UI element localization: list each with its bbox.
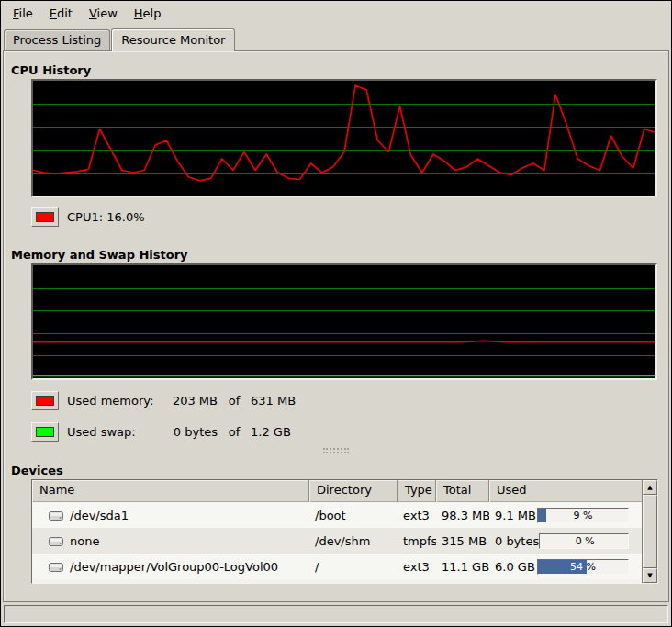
scroll-up-arrow[interactable]: ▲ [643,480,657,495]
cpu-legend-label: CPU1: 16.0% [67,210,145,224]
device-name: /dev/mapper/VolGroup00-LogVol00 [70,560,278,574]
table-row[interactable]: /dev/mapper/VolGroup00-LogVol00 / ext3 1… [32,554,642,579]
column-header-type[interactable]: Type [398,480,436,502]
device-total: 315 MB [436,534,489,548]
swap-color-swatch [36,427,54,437]
device-directory: /boot [309,509,398,522]
used-memory-value: 203 MB [164,394,218,408]
column-header-total[interactable]: Total [436,480,489,502]
menu-help[interactable]: Help [126,4,170,23]
devices-table-main: Name Directory Type Total Used /dev/sda1 [32,480,642,583]
column-header-directory[interactable]: Directory [309,480,398,502]
swap-color-swatch-button[interactable] [31,422,59,442]
drive-icon [49,561,63,573]
vertical-scrollbar: ▲ ▼ [642,480,657,583]
memory-color-swatch-button[interactable] [31,391,59,410]
tab-process-listing[interactable]: Process Listing [4,29,110,50]
device-name: none [70,534,99,548]
cpu-color-swatch-button[interactable] [31,207,59,227]
device-total: 11.1 GB [436,560,489,574]
used-memory-legend: Used memory: 203 MB of 631 MB [31,390,668,410]
memory-history-title: Memory and Swap History [11,248,668,262]
table-row[interactable]: /dev/sda1 /boot ext3 98.3 MB 9.1 MB 9 % … [32,502,642,528]
system-monitor-window: File Edit View Help Process Listing Reso… [0,0,672,627]
devices-table: Name Directory Type Total Used /dev/sda1 [31,479,658,584]
column-header-name[interactable]: Name [32,480,309,502]
device-used: 0 bytes [495,534,539,548]
device-type: ext3 [398,560,436,574]
device-used: 9.1 MB [495,509,536,522]
pane-resize-handle[interactable] [4,446,668,454]
usage-progress-bar: 0 % 0 % [539,533,629,549]
used-swap-total: 1.2 GB [251,425,291,439]
usage-progress-bar: 9 % 9 % [537,508,629,523]
status-bar [4,605,668,623]
usage-progress-fill: 9 % [538,509,546,522]
device-type: tmpfs [398,534,436,548]
device-directory: / [309,560,398,574]
used-memory-total: 631 MB [251,394,296,408]
memory-history-plot [33,265,655,378]
used-swap-value: 0 bytes [164,425,218,439]
drive-icon [49,535,63,547]
resource-monitor-panel: CPU History CPU1: 16.0% Memory and Swap … [3,50,669,602]
menubar: File Edit View Help [1,1,671,25]
usage-progress-bar: 54 % 54 % [537,559,629,575]
usage-percent-label: 9 % [538,509,628,522]
menu-view[interactable]: View [81,4,126,23]
devices-title: Devices [11,464,668,477]
cpu-history-chart [31,79,657,197]
scrollbar-thumb[interactable] [643,495,657,568]
menu-file[interactable]: File [5,4,41,23]
cpu-legend: CPU1: 16.0% [31,207,668,227]
used-memory-label: Used memory: [67,394,164,408]
cpu-history-plot [33,81,655,196]
device-name: /dev/sda1 [70,509,129,522]
tab-strip: Process Listing Resource Monitor [1,25,671,50]
device-directory: /dev/shm [309,534,398,548]
device-total: 98.3 MB [436,509,489,522]
column-header-used[interactable]: Used [489,480,642,502]
device-used: 6.0 GB [495,560,535,574]
menu-edit[interactable]: Edit [41,4,81,23]
device-type: ext3 [398,509,436,522]
cpu-color-swatch [36,212,54,222]
used-swap-of: of [218,425,251,439]
cpu-history-title: CPU History [11,63,668,77]
table-row[interactable]: none /dev/shm tmpfs 315 MB 0 bytes 0 % 0… [32,528,642,554]
usage-progress-fill: 54 % [538,560,587,574]
tab-resource-monitor[interactable]: Resource Monitor [111,28,235,51]
used-memory-of: of [218,394,251,408]
scroll-down-arrow[interactable]: ▼ [643,568,657,583]
used-swap-label: Used swap: [67,425,164,439]
memory-history-chart [31,263,657,380]
used-swap-legend: Used swap: 0 bytes of 1.2 GB [31,421,668,442]
usage-percent-label: 0 % [540,534,630,548]
devices-table-header: Name Directory Type Total Used [32,480,642,502]
drive-icon [49,509,63,521]
memory-color-swatch [36,396,54,406]
